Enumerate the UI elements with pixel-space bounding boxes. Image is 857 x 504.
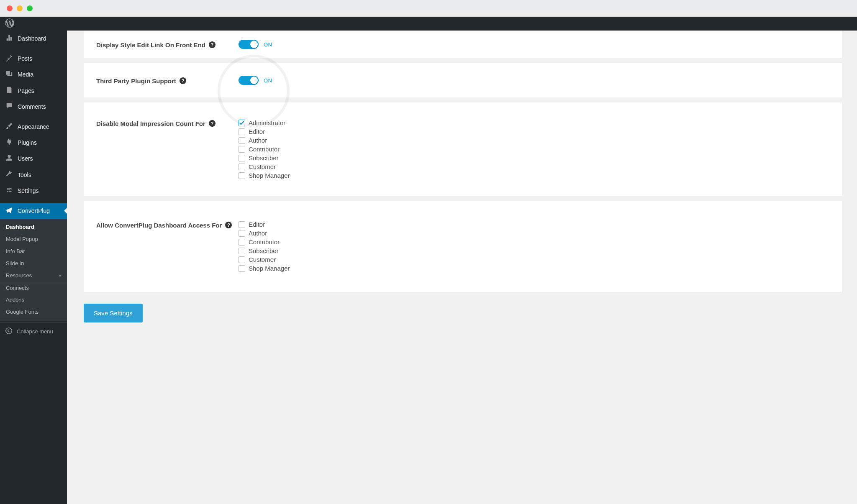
- sidebar-item-posts[interactable]: Posts: [0, 51, 67, 67]
- submenu-item-modal-popup[interactable]: Modal Popup: [0, 233, 67, 246]
- checkbox[interactable]: [239, 256, 245, 263]
- checkbox-item[interactable]: Subscriber: [239, 247, 829, 254]
- role-checklist: AdministratorEditorAuthorContributorSubs…: [239, 119, 829, 179]
- setting-label: Third Party Plugin Support: [96, 77, 176, 84]
- submenu-item-slide-in[interactable]: Slide In: [0, 258, 67, 270]
- checkbox-label: Contributor: [249, 238, 280, 246]
- minimize-window-dot[interactable]: [17, 5, 23, 11]
- plug-icon: [5, 138, 13, 147]
- setting-row-dashboard-access: Allow ConvertPlug Dashboard Access For ?…: [84, 201, 842, 292]
- checkbox[interactable]: [239, 172, 245, 179]
- wordpress-logo-icon[interactable]: [5, 18, 14, 29]
- checkbox[interactable]: [239, 248, 245, 254]
- help-icon[interactable]: ?: [225, 222, 232, 228]
- save-settings-button[interactable]: Save Settings: [84, 304, 143, 322]
- submenu-item-addons[interactable]: Addons: [0, 294, 67, 306]
- checkbox[interactable]: [239, 146, 245, 153]
- checkbox-label: Contributor: [249, 146, 280, 153]
- toggle-third-party[interactable]: [239, 76, 259, 85]
- sidebar-item-settings[interactable]: Settings: [0, 183, 67, 199]
- dashboard-icon: [5, 34, 13, 43]
- setting-row-third-party: Third Party Plugin Support ? ON: [84, 63, 842, 97]
- checkbox[interactable]: [239, 120, 245, 126]
- help-icon[interactable]: ?: [180, 77, 186, 84]
- sidebar-item-media[interactable]: Media: [0, 67, 67, 82]
- sidebar-item-dashboard[interactable]: Dashboard: [0, 31, 67, 46]
- checkbox[interactable]: [239, 230, 245, 237]
- checkbox-item[interactable]: Editor: [239, 221, 829, 228]
- sidebar-item-users[interactable]: Users: [0, 151, 67, 166]
- setting-label: Allow ConvertPlug Dashboard Access For: [96, 222, 222, 229]
- checkbox[interactable]: [239, 239, 245, 246]
- sidebar-item-pages[interactable]: Pages: [0, 83, 67, 99]
- checkbox-item[interactable]: Editor: [239, 128, 829, 135]
- sidebar-item-label: Tools: [18, 171, 31, 179]
- checkbox-item[interactable]: Subscriber: [239, 154, 829, 161]
- sidebar-item-label: Plugins: [18, 139, 37, 146]
- admin-sidebar: Dashboard Posts Media Pages Comments App…: [0, 31, 67, 504]
- checkbox-item[interactable]: Author: [239, 137, 829, 144]
- checkbox-item[interactable]: Shop Manager: [239, 265, 829, 272]
- sidebar-item-label: Comments: [18, 103, 46, 110]
- help-icon[interactable]: ?: [209, 41, 216, 48]
- checkbox-label: Subscriber: [249, 154, 279, 161]
- sidebar-item-label: Users: [18, 155, 33, 162]
- comments-icon: [5, 102, 13, 111]
- checkbox[interactable]: [239, 164, 245, 170]
- sidebar-item-tools[interactable]: Tools: [0, 167, 67, 183]
- checkbox-item[interactable]: Contributor: [239, 238, 829, 246]
- sidebar-item-comments[interactable]: Comments: [0, 99, 67, 115]
- users-icon: [5, 154, 13, 163]
- checkbox-item[interactable]: Administrator: [239, 119, 829, 126]
- svg-point-0: [6, 328, 12, 334]
- sidebar-item-convertplug[interactable]: ConvertPlug: [0, 203, 67, 219]
- sidebar-item-label: Media: [18, 71, 33, 78]
- submenu-item-info-bar[interactable]: Info Bar: [0, 246, 67, 258]
- checkbox-item[interactable]: Author: [239, 230, 829, 237]
- close-window-dot[interactable]: [7, 5, 13, 11]
- checkbox-label: Editor: [249, 221, 265, 228]
- submenu-item-resources[interactable]: Resources ▾: [0, 270, 67, 282]
- checkbox[interactable]: [239, 128, 245, 135]
- checkbox-label: Customer: [249, 256, 276, 263]
- checkbox-item[interactable]: Customer: [239, 256, 829, 263]
- chevron-down-icon: ▾: [59, 273, 61, 279]
- sidebar-item-appearance[interactable]: Appearance: [0, 119, 67, 135]
- submenu-item-dashboard[interactable]: Dashboard: [0, 221, 67, 233]
- checkbox-item[interactable]: Customer: [239, 163, 829, 170]
- checkbox-label: Shop Manager: [249, 265, 290, 272]
- collapse-menu-button[interactable]: Collapse menu: [0, 322, 67, 341]
- settings-icon: [5, 186, 13, 195]
- sidebar-item-plugins[interactable]: Plugins: [0, 135, 67, 151]
- setting-label: Display Style Edit Link On Front End: [96, 41, 205, 49]
- checkbox[interactable]: [239, 221, 245, 228]
- pin-icon: [5, 54, 13, 63]
- pages-icon: [5, 86, 13, 95]
- sidebar-item-label: Appearance: [18, 123, 49, 130]
- toggle-edit-link[interactable]: [239, 40, 259, 49]
- maximize-window-dot[interactable]: [27, 5, 33, 11]
- wp-admin-bar: [0, 17, 857, 31]
- checkbox-label: Editor: [249, 128, 265, 135]
- checkbox[interactable]: [239, 155, 245, 161]
- checkbox-label: Customer: [249, 163, 276, 170]
- media-icon: [5, 70, 13, 79]
- window-chrome: [0, 0, 857, 17]
- setting-label: Disable Modal Impression Count For: [96, 120, 205, 127]
- checkbox-item[interactable]: Contributor: [239, 146, 829, 153]
- sidebar-item-label: Dashboard: [18, 35, 46, 42]
- checkbox-label: Author: [249, 137, 267, 144]
- sidebar-item-label: Posts: [18, 55, 32, 62]
- checkbox[interactable]: [239, 137, 245, 144]
- sidebar-item-label: Pages: [18, 87, 34, 95]
- sidebar-item-label: ConvertPlug: [18, 207, 50, 215]
- settings-content: Display Style Edit Link On Front End ? O…: [67, 31, 857, 504]
- submenu-item-connects[interactable]: Connects: [0, 282, 67, 294]
- send-icon: [5, 206, 13, 215]
- collapse-label: Collapse menu: [17, 328, 53, 335]
- checkbox[interactable]: [239, 265, 245, 272]
- help-icon[interactable]: ?: [209, 120, 216, 127]
- submenu-item-google-fonts[interactable]: Google Fonts: [0, 306, 67, 318]
- checkbox-item[interactable]: Shop Manager: [239, 172, 829, 179]
- role-checklist: EditorAuthorContributorSubscriberCustome…: [239, 221, 829, 272]
